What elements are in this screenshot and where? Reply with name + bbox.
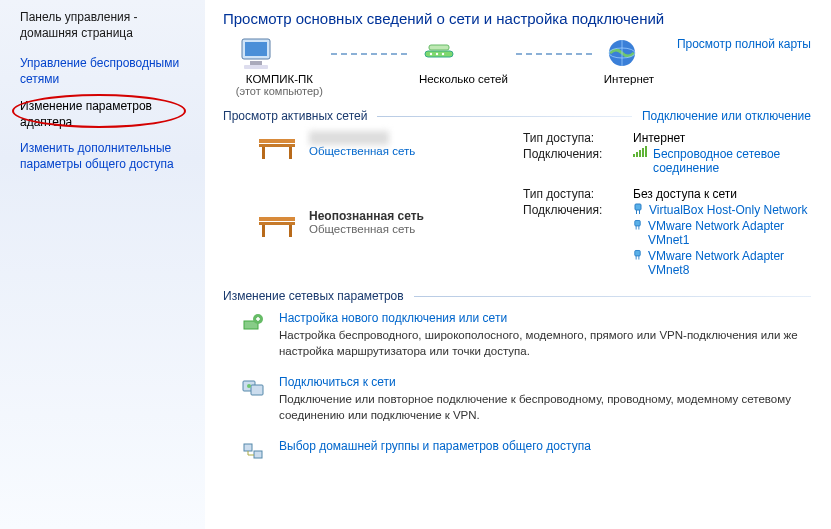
network-entry: Неопознанная сеть Общественная сеть Тип … bbox=[223, 187, 811, 279]
pc-name: КОМПИК-ПК bbox=[236, 73, 323, 85]
access-value: Без доступа к сети bbox=[633, 187, 811, 201]
svg-rect-18 bbox=[262, 225, 265, 237]
network-map: КОМПИК-ПК (этот компьютер) Несколько сет… bbox=[223, 37, 667, 97]
connection-link[interactable]: VirtualBox Host-Only Network bbox=[633, 203, 811, 217]
connection-label: Беспроводное сетевое соединение bbox=[653, 147, 811, 175]
page-title: Просмотр основных сведений о сети и наст… bbox=[223, 10, 811, 27]
map-connector bbox=[331, 53, 411, 55]
svg-point-6 bbox=[436, 53, 438, 55]
task-description: Подключение или повторное подключение к … bbox=[279, 392, 811, 423]
connections-label: Подключения: bbox=[523, 203, 633, 217]
network-entry: Общественная сеть Тип доступа:Интернет П… bbox=[223, 131, 811, 177]
svg-rect-32 bbox=[251, 385, 263, 395]
svg-rect-23 bbox=[635, 220, 640, 225]
task-description: Настройка беспроводного, широкополосного… bbox=[279, 328, 811, 359]
sidebar-link-label: Изменение параметров адаптера bbox=[20, 99, 152, 129]
full-map-link[interactable]: Просмотр полной карты bbox=[677, 37, 811, 51]
network-name: Неопознанная сеть bbox=[309, 209, 424, 223]
signal-icon bbox=[633, 147, 647, 157]
networks-label: Несколько сетей bbox=[419, 73, 508, 85]
map-connector bbox=[516, 53, 596, 55]
section-label: Просмотр активных сетей bbox=[223, 109, 367, 123]
task-item: Подключиться к сетиПодключение или повто… bbox=[223, 375, 811, 423]
connection-label: VirtualBox Host-Only Network bbox=[649, 203, 808, 217]
globe-icon bbox=[604, 37, 640, 73]
connect-disconnect-link[interactable]: Подключение или отключение bbox=[642, 109, 811, 123]
bench-icon bbox=[257, 213, 297, 239]
svg-point-5 bbox=[430, 53, 432, 55]
svg-rect-2 bbox=[250, 61, 262, 65]
svg-rect-14 bbox=[262, 147, 265, 159]
connection-label: VMware Network Adapter VMnet1 bbox=[648, 219, 811, 247]
svg-rect-1 bbox=[245, 42, 267, 56]
networks-icon bbox=[419, 37, 459, 73]
task-icon bbox=[241, 439, 265, 463]
svg-rect-16 bbox=[259, 217, 295, 221]
svg-rect-19 bbox=[289, 225, 292, 237]
task-item: Настройка нового подключения или сетиНас… bbox=[223, 311, 811, 359]
connection-link[interactable]: Беспроводное сетевое соединение bbox=[633, 147, 811, 175]
svg-rect-34 bbox=[244, 444, 252, 451]
network-name-hidden bbox=[309, 131, 389, 145]
change-settings-header: Изменение сетевых параметров bbox=[223, 289, 811, 303]
svg-rect-17 bbox=[259, 222, 295, 225]
connection-link[interactable]: VMware Network Adapter VMnet1 bbox=[633, 219, 811, 247]
computer-icon bbox=[236, 37, 276, 73]
network-type-link[interactable]: Общественная сеть bbox=[309, 145, 415, 157]
plug-icon bbox=[633, 203, 643, 215]
connections-label: Подключения: bbox=[523, 147, 633, 161]
sidebar-advanced-sharing-link[interactable]: Изменить дополнительные параметры общего… bbox=[20, 140, 193, 172]
task-title-link[interactable]: Подключиться к сети bbox=[279, 375, 811, 389]
sidebar-wireless-link[interactable]: Управление беспроводными сетями bbox=[20, 55, 193, 87]
task-item: Выбор домашней группы и параметров общег… bbox=[223, 439, 811, 463]
plug-icon bbox=[633, 219, 642, 231]
internet-node: Интернет bbox=[604, 37, 654, 97]
svg-rect-12 bbox=[259, 139, 295, 143]
access-label: Тип доступа: bbox=[523, 187, 633, 201]
access-label: Тип доступа: bbox=[523, 131, 633, 145]
task-icon bbox=[241, 311, 265, 335]
svg-rect-35 bbox=[254, 451, 262, 458]
active-networks-header: Просмотр активных сетей Подключение или … bbox=[223, 109, 811, 123]
sidebar: Панель управления - домашняя страница Уп… bbox=[0, 0, 205, 529]
svg-rect-3 bbox=[244, 65, 268, 69]
svg-rect-26 bbox=[635, 250, 640, 255]
networks-node: Несколько сетей bbox=[419, 37, 508, 97]
connection-label: VMware Network Adapter VMnet8 bbox=[648, 249, 811, 277]
svg-point-33 bbox=[247, 384, 251, 388]
internet-label: Интернет bbox=[604, 73, 654, 85]
sidebar-adapter-settings-link[interactable]: Изменение параметров адаптера bbox=[20, 98, 193, 130]
task-title-link[interactable]: Настройка нового подключения или сети bbox=[279, 311, 811, 325]
task-title-link[interactable]: Выбор домашней группы и параметров общег… bbox=[279, 439, 591, 453]
main-content: Просмотр основных сведений о сети и наст… bbox=[205, 0, 831, 529]
connection-link[interactable]: VMware Network Adapter VMnet8 bbox=[633, 249, 811, 277]
plug-icon bbox=[633, 249, 642, 261]
task-icon bbox=[241, 375, 265, 399]
network-type: Общественная сеть bbox=[309, 223, 424, 235]
section-label: Изменение сетевых параметров bbox=[223, 289, 404, 303]
bench-icon bbox=[257, 135, 297, 161]
svg-rect-8 bbox=[429, 45, 449, 50]
control-panel-home-link[interactable]: Панель управления - домашняя страница bbox=[20, 10, 193, 41]
pc-sublabel: (этот компьютер) bbox=[236, 85, 323, 97]
access-value: Интернет bbox=[633, 131, 811, 145]
svg-point-7 bbox=[442, 53, 444, 55]
svg-rect-4 bbox=[425, 51, 453, 57]
pc-node: КОМПИК-ПК (этот компьютер) bbox=[236, 37, 323, 97]
svg-rect-15 bbox=[289, 147, 292, 159]
svg-rect-13 bbox=[259, 144, 295, 147]
svg-rect-20 bbox=[635, 204, 641, 210]
